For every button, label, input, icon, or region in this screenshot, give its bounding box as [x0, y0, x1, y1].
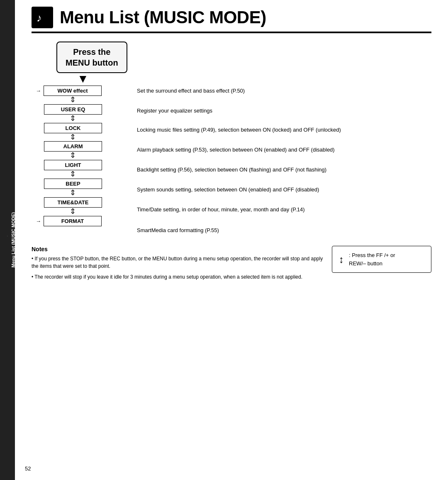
note-item-1: The recorder will stop if you leave it i…	[32, 273, 324, 281]
page-title: Menu List (MUSIC MODE)	[60, 7, 266, 27]
arrow-down-from-menu: ▼	[77, 73, 431, 85]
menu-row-format: → FORMAT	[36, 216, 102, 226]
flow-area: → WOW effect ⇕ USER EQ ⇕ LOCK ⇕	[32, 86, 431, 236]
page-number: 52	[25, 465, 31, 472]
menu-box-format: FORMAT	[44, 216, 102, 226]
menu-row-wow: → WOW effect	[36, 86, 102, 96]
arrow-right-format: →	[36, 218, 41, 224]
legend-line1: : Press the FF /+ or	[349, 252, 395, 258]
notes-section: Notes If you press the STOP button, the …	[32, 246, 431, 284]
desc-usereq: Register your equalizer settings	[137, 105, 431, 116]
desc-lock: Locking music files setting (P.49), sele…	[137, 125, 431, 142]
page-header: ♪ Menu List (MUSIC MODE)	[32, 0, 431, 33]
desc-alarm: Alarm playback setting (P.53), selection…	[137, 145, 431, 162]
svg-text:♪: ♪	[4, 236, 8, 239]
updown-arrow-3: ⇕	[70, 152, 76, 160]
menu-box-alarm: ALARM	[44, 141, 102, 152]
svg-text:♪: ♪	[37, 12, 42, 24]
menu-box-beep: BEEP	[44, 179, 102, 189]
updown-arrow-0: ⇕	[70, 96, 76, 104]
sidebar-mode-label: Menu List (MUSIC MODE)	[11, 212, 16, 267]
sidebar-music-icon: ♪	[0, 236, 8, 245]
descriptions-column: Set the surround effect and bass effect …	[127, 86, 431, 236]
press-menu-box: Press the MENU button	[56, 42, 127, 73]
menu-box-timedate: TIME&DATE	[44, 197, 102, 208]
desc-wow: Set the surround effect and bass effect …	[137, 86, 431, 96]
updown-arrow-2: ⇕	[70, 133, 76, 142]
menu-boxes-column: → WOW effect ⇕ USER EQ ⇕ LOCK ⇕	[36, 86, 127, 236]
note-item-0: If you press the STOP button, the REC bu…	[32, 255, 324, 270]
press-menu-line1: Press the	[73, 47, 110, 56]
sidebar: ♪ Menu List (MUSIC MODE)	[0, 0, 15, 480]
press-menu-section: Press the MENU button	[32, 42, 431, 73]
main-content: ♪ Menu List (MUSIC MODE) Press the MENU …	[15, 0, 448, 301]
menu-box-wow: WOW effect	[44, 86, 102, 96]
menu-row-light: LIGHT	[43, 160, 102, 170]
updown-arrow-1: ⇕	[70, 115, 76, 123]
spacer-5	[137, 202, 431, 205]
updown-arrow-5: ⇕	[70, 189, 76, 197]
notes-title: Notes	[32, 246, 324, 252]
menu-box-lock: LOCK	[44, 123, 102, 133]
menu-row-alarm: ALARM	[43, 141, 102, 152]
spacer-1	[137, 116, 431, 125]
desc-format: SmartMedia card formatting (P.55)	[137, 225, 431, 236]
desc-timedate: Time/Date setting, in order of hour, min…	[137, 205, 431, 222]
menu-row-lock: LOCK	[43, 123, 102, 133]
notes-text: If you press the STOP button, the REC bu…	[32, 255, 324, 281]
updown-arrow-legend: ↕	[339, 254, 344, 265]
menu-row-usereq: USER EQ	[43, 104, 102, 115]
notes-left: Notes If you press the STOP button, the …	[32, 246, 332, 284]
legend-text: : Press the FF /+ or REW/– button	[349, 251, 395, 267]
desc-beep: System sounds setting, selection between…	[137, 185, 431, 202]
menu-box-light: LIGHT	[44, 160, 102, 170]
sidebar-label: ♪ Menu List (MUSIC MODE)	[0, 212, 16, 267]
spacer-2	[137, 142, 431, 145]
legend-line2: REW/– button	[349, 260, 382, 267]
arrow-right-wow: →	[36, 88, 41, 94]
desc-light: Backlight setting (P.56), selection betw…	[137, 165, 431, 182]
menu-row-timedate: TIME&DATE	[43, 197, 102, 208]
music-note-icon: ♪	[35, 10, 50, 25]
spacer-6	[137, 222, 431, 225]
menu-row-beep: BEEP	[43, 179, 102, 189]
updown-arrow-4: ⇕	[70, 170, 76, 179]
spacer-0	[137, 96, 431, 105]
spacer-4	[137, 182, 431, 185]
press-menu-line2: MENU button	[66, 58, 118, 67]
header-music-icon: ♪	[32, 7, 53, 28]
updown-arrow-6: ⇕	[70, 208, 76, 216]
spacer-3	[137, 162, 431, 165]
menu-box-usereq: USER EQ	[44, 104, 102, 115]
legend-box: ↕ : Press the FF /+ or REW/– button	[332, 246, 431, 273]
